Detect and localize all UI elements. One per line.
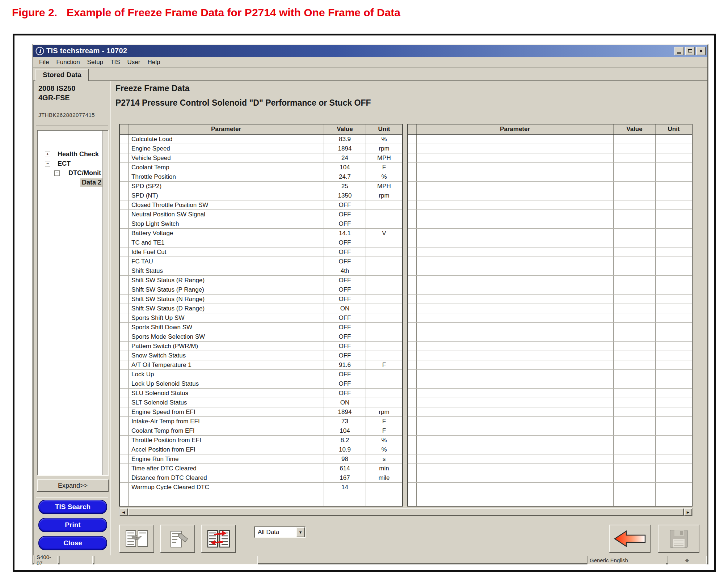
- table-row[interactable]: [408, 182, 692, 191]
- table-row[interactable]: [408, 313, 692, 323]
- table-row[interactable]: [408, 483, 692, 492]
- table-row[interactable]: [408, 323, 692, 332]
- table-row[interactable]: Calculate Load83.9%: [120, 135, 402, 144]
- expand-button[interactable]: Expand>>: [37, 479, 109, 492]
- table-row[interactable]: [408, 266, 692, 276]
- table-row[interactable]: [408, 229, 692, 238]
- table-row[interactable]: [408, 342, 692, 351]
- compare-data-button[interactable]: [119, 525, 154, 553]
- table-row[interactable]: Vehicle Speed24MPH: [120, 153, 402, 163]
- table-row[interactable]: Stop Light SwitchOFF: [120, 219, 402, 229]
- table-row[interactable]: [408, 144, 692, 153]
- table-row[interactable]: Engine Speed from EFI1894rpm: [120, 407, 402, 417]
- table-row[interactable]: Throttle Position from EFI8.2%: [120, 436, 402, 445]
- table-row[interactable]: Pattern Switch (PWR/M)OFF: [120, 342, 402, 351]
- table-row[interactable]: [408, 172, 692, 182]
- tree-item-ect[interactable]: −ECT: [38, 159, 108, 168]
- expand-node-icon[interactable]: +: [45, 152, 50, 157]
- table-row[interactable]: Lock Up Solenoid StatusOFF: [120, 379, 402, 389]
- menu-user[interactable]: User: [125, 58, 145, 67]
- chevron-down-icon[interactable]: ▼: [296, 527, 305, 537]
- tab-stored-data[interactable]: Stored Data: [35, 69, 89, 81]
- table-row[interactable]: Coolant Temp104F: [120, 163, 402, 172]
- table-row[interactable]: Time after DTC Cleared614min: [120, 464, 402, 473]
- table-row[interactable]: FC TAUOFF: [120, 257, 402, 266]
- table-row[interactable]: Coolant Temp from EFI104F: [120, 426, 402, 436]
- table-row[interactable]: A/T Oil Temperature 191.6F: [120, 360, 402, 370]
- table-row[interactable]: SPD (NT)1350rpm: [120, 191, 402, 200]
- scroll-right-icon[interactable]: ►: [684, 508, 692, 516]
- table-row[interactable]: [408, 417, 692, 426]
- data-filter-dropdown[interactable]: All Data ▼: [254, 526, 306, 538]
- table-row[interactable]: [408, 473, 692, 483]
- table-row[interactable]: [408, 351, 692, 360]
- table-row[interactable]: Closed Throttle Position SWOFF: [120, 200, 402, 210]
- refresh-data-button[interactable]: [201, 525, 236, 553]
- table-row[interactable]: TC and TE1OFF: [120, 238, 402, 247]
- collapse-node-icon[interactable]: −: [45, 161, 50, 166]
- table-row[interactable]: [408, 407, 692, 417]
- back-button[interactable]: [609, 525, 651, 553]
- close-button[interactable]: Close: [38, 536, 107, 550]
- table-row[interactable]: [408, 257, 692, 266]
- table-row[interactable]: [408, 247, 692, 257]
- table-row[interactable]: Lock UpOFF: [120, 370, 402, 379]
- table-row[interactable]: [408, 464, 692, 473]
- table-row[interactable]: [408, 219, 692, 229]
- table-row[interactable]: SPD (SP2)25MPH: [120, 182, 402, 191]
- table-row[interactable]: [408, 238, 692, 247]
- table-row[interactable]: [408, 360, 692, 370]
- scrollbar-thumb[interactable]: [128, 508, 684, 516]
- table-row[interactable]: [408, 153, 692, 163]
- table-row[interactable]: Shift Status4th: [120, 266, 402, 276]
- table-row[interactable]: Distance from DTC Cleared167mile: [120, 473, 402, 483]
- menu-file[interactable]: File: [36, 58, 53, 67]
- menu-setup[interactable]: Setup: [84, 58, 108, 67]
- table-row[interactable]: [408, 454, 692, 464]
- table-row[interactable]: SLU Solenoid StatusOFF: [120, 389, 402, 398]
- table-row[interactable]: Shift SW Status (N Range)OFF: [120, 295, 402, 304]
- close-button[interactable]: ×: [696, 47, 706, 55]
- table-row[interactable]: Battery Voltage14.1V: [120, 229, 402, 238]
- table-row[interactable]: Throttle Position24.7%: [120, 172, 402, 182]
- table-row[interactable]: Sports Shift Up SWOFF: [120, 313, 402, 323]
- table-row[interactable]: Engine Speed1894rpm: [120, 144, 402, 153]
- table-row[interactable]: [408, 295, 692, 304]
- table-row[interactable]: [408, 135, 692, 144]
- table-row[interactable]: [408, 389, 692, 398]
- restore-button[interactable]: [685, 47, 695, 55]
- menu-help[interactable]: Help: [144, 58, 164, 67]
- collapse-node-icon[interactable]: −: [54, 170, 60, 176]
- menu-function[interactable]: Function: [53, 58, 84, 67]
- table-row[interactable]: [408, 163, 692, 172]
- scroll-left-icon[interactable]: ◄: [119, 508, 128, 516]
- table-row[interactable]: [408, 200, 692, 210]
- menu-tis[interactable]: TIS: [108, 58, 124, 67]
- table-row[interactable]: [408, 436, 692, 445]
- table-row[interactable]: Shift SW Status (P Range)OFF: [120, 285, 402, 295]
- table-row[interactable]: Shift SW Status (R Range)OFF: [120, 276, 402, 285]
- tree-item-health-check[interactable]: +Health Check: [38, 149, 108, 159]
- table-row[interactable]: Warmup Cycle Cleared DTC14: [120, 483, 402, 492]
- table-row[interactable]: Snow Switch StatusOFF: [120, 351, 402, 360]
- table-row[interactable]: [408, 285, 692, 295]
- table-row[interactable]: [408, 379, 692, 389]
- table-row[interactable]: SLT Solenoid StatusON: [120, 398, 402, 407]
- table-row[interactable]: [408, 210, 692, 219]
- table-row[interactable]: [408, 370, 692, 379]
- table-row[interactable]: Engine Run Time98s: [120, 454, 402, 464]
- tis-search-button[interactable]: TIS Search: [38, 500, 107, 514]
- tree-item-data-2[interactable]: Data 2: [38, 178, 108, 187]
- table-row[interactable]: [408, 398, 692, 407]
- table-row[interactable]: Shift SW Status (D Range)ON: [120, 304, 402, 313]
- table-row[interactable]: Sports Shift Down SWOFF: [120, 323, 402, 332]
- table-row[interactable]: Sports Mode Selection SWOFF: [120, 332, 402, 342]
- table-row[interactable]: Intake-Air Temp from EFI73F: [120, 417, 402, 426]
- table-row[interactable]: Accel Position from EFI10.9%: [120, 445, 402, 454]
- tree-item-dtc-monit[interactable]: −DTC/Monit: [38, 168, 108, 178]
- print-button[interactable]: Print: [38, 518, 107, 532]
- table-row[interactable]: [408, 276, 692, 285]
- table-row[interactable]: Neutral Position SW SignalOFF: [120, 210, 402, 219]
- record-data-button[interactable]: [160, 525, 195, 553]
- save-button[interactable]: [658, 525, 699, 553]
